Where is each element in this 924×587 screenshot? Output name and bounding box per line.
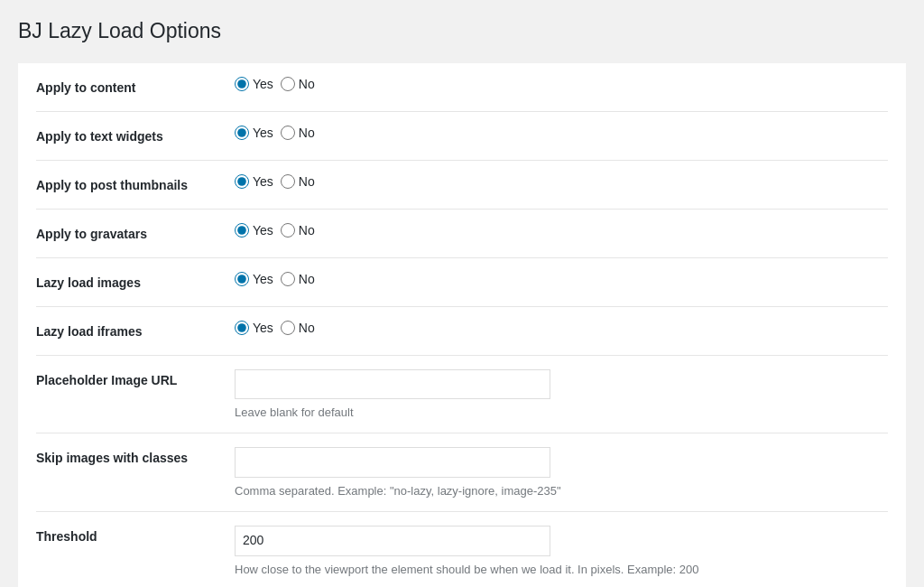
label-apply-post-thumbnails: Apply to post thumbnails — [36, 174, 235, 195]
settings-container: Apply to contentYesNoApply to text widge… — [18, 63, 906, 587]
control-apply-content: YesNo — [235, 77, 888, 91]
label-placeholder-image-url: Placeholder Image URL — [36, 369, 235, 390]
label-skip-images-classes: Skip images with classes — [36, 447, 235, 468]
radio-option-lazy-load-images-no[interactable]: No — [281, 272, 315, 286]
radio-option-apply-content-no[interactable]: No — [281, 77, 315, 91]
radio-group-apply-gravatars: YesNo — [235, 223, 888, 238]
hint-placeholder-image-url: Leave blank for default — [235, 405, 888, 419]
text-input-skip-images-classes[interactable] — [235, 447, 550, 478]
radio-label-apply-text-widgets-no: No — [299, 126, 315, 140]
radio-label-lazy-load-images-yes: Yes — [253, 272, 273, 286]
radio-input-apply-gravatars-no[interactable] — [281, 223, 295, 238]
radio-input-apply-text-widgets-no[interactable] — [281, 126, 295, 140]
radio-option-apply-gravatars-yes[interactable]: Yes — [235, 223, 273, 238]
label-apply-gravatars: Apply to gravatars — [36, 223, 235, 244]
radio-input-lazy-load-images-yes[interactable] — [235, 272, 249, 286]
hint-skip-images-classes: Comma separated. Example: "no-lazy, lazy… — [235, 484, 888, 498]
label-lazy-load-images: Lazy load images — [36, 272, 235, 293]
settings-row-lazy-load-iframes: Lazy load iframesYesNo — [36, 307, 888, 356]
control-apply-post-thumbnails: YesNo — [235, 174, 888, 189]
radio-option-apply-content-yes[interactable]: Yes — [235, 77, 273, 91]
settings-row-lazy-load-images: Lazy load imagesYesNo — [36, 258, 888, 307]
label-apply-text-widgets: Apply to text widgets — [36, 126, 235, 146]
radio-label-lazy-load-images-no: No — [299, 272, 315, 286]
radio-label-apply-gravatars-yes: Yes — [253, 223, 273, 238]
radio-option-apply-text-widgets-yes[interactable]: Yes — [235, 126, 273, 140]
radio-input-apply-content-yes[interactable] — [235, 77, 249, 91]
radio-input-lazy-load-iframes-no[interactable] — [281, 321, 295, 335]
settings-row-apply-post-thumbnails: Apply to post thumbnailsYesNo — [36, 161, 888, 210]
radio-label-lazy-load-iframes-no: No — [299, 321, 315, 335]
radio-group-lazy-load-iframes: YesNo — [235, 321, 888, 335]
radio-option-lazy-load-iframes-no[interactable]: No — [281, 321, 315, 335]
control-lazy-load-images: YesNo — [235, 272, 888, 286]
control-skip-images-classes: Comma separated. Example: "no-lazy, lazy… — [235, 447, 888, 498]
radio-label-apply-post-thumbnails-no: No — [299, 174, 315, 189]
radio-option-apply-post-thumbnails-no[interactable]: No — [281, 174, 315, 189]
label-lazy-load-iframes: Lazy load iframes — [36, 321, 235, 341]
settings-row-threshold: ThresholdHow close to the viewport the e… — [36, 512, 888, 587]
page-wrap: BJ Lazy Load Options Apply to contentYes… — [0, 0, 924, 587]
radio-label-apply-text-widgets-yes: Yes — [253, 126, 273, 140]
control-apply-gravatars: YesNo — [235, 223, 888, 238]
radio-label-apply-content-yes: Yes — [253, 77, 273, 91]
settings-row-apply-content: Apply to contentYesNo — [36, 63, 888, 112]
radio-input-lazy-load-iframes-yes[interactable] — [235, 321, 249, 335]
radio-option-lazy-load-images-yes[interactable]: Yes — [235, 272, 273, 286]
control-lazy-load-iframes: YesNo — [235, 321, 888, 335]
radio-label-apply-gravatars-no: No — [299, 223, 315, 238]
radio-label-apply-content-no: No — [299, 77, 315, 91]
radio-label-apply-post-thumbnails-yes: Yes — [253, 174, 273, 189]
radio-input-apply-post-thumbnails-yes[interactable] — [235, 174, 249, 189]
control-apply-text-widgets: YesNo — [235, 126, 888, 140]
radio-group-apply-post-thumbnails: YesNo — [235, 174, 888, 189]
radio-label-lazy-load-iframes-yes: Yes — [253, 321, 273, 335]
label-apply-content: Apply to content — [36, 77, 235, 98]
radio-input-apply-post-thumbnails-no[interactable] — [281, 174, 295, 189]
settings-row-apply-gravatars: Apply to gravatarsYesNo — [36, 210, 888, 258]
radio-option-apply-text-widgets-no[interactable]: No — [281, 126, 315, 140]
radio-group-apply-text-widgets: YesNo — [235, 126, 888, 140]
settings-row-placeholder-image-url: Placeholder Image URLLeave blank for def… — [36, 356, 888, 434]
hint-threshold: How close to the viewport the element sh… — [235, 563, 888, 576]
control-placeholder-image-url: Leave blank for default — [235, 369, 888, 420]
radio-group-lazy-load-images: YesNo — [235, 272, 888, 286]
radio-input-lazy-load-images-no[interactable] — [281, 272, 295, 286]
control-threshold: How close to the viewport the element sh… — [235, 526, 888, 576]
page-title: BJ Lazy Load Options — [18, 18, 906, 45]
settings-row-apply-text-widgets: Apply to text widgetsYesNo — [36, 112, 888, 161]
radio-option-apply-post-thumbnails-yes[interactable]: Yes — [235, 174, 273, 189]
radio-group-apply-content: YesNo — [235, 77, 888, 91]
radio-input-apply-content-no[interactable] — [281, 77, 295, 91]
text-input-placeholder-image-url[interactable] — [235, 369, 550, 400]
radio-option-lazy-load-iframes-yes[interactable]: Yes — [235, 321, 273, 335]
radio-option-apply-gravatars-no[interactable]: No — [281, 223, 315, 238]
radio-input-apply-text-widgets-yes[interactable] — [235, 126, 249, 140]
text-input-threshold[interactable] — [235, 526, 550, 556]
label-threshold: Threshold — [36, 526, 235, 546]
radio-input-apply-gravatars-yes[interactable] — [235, 223, 249, 238]
settings-row-skip-images-classes: Skip images with classesComma separated.… — [36, 433, 888, 512]
